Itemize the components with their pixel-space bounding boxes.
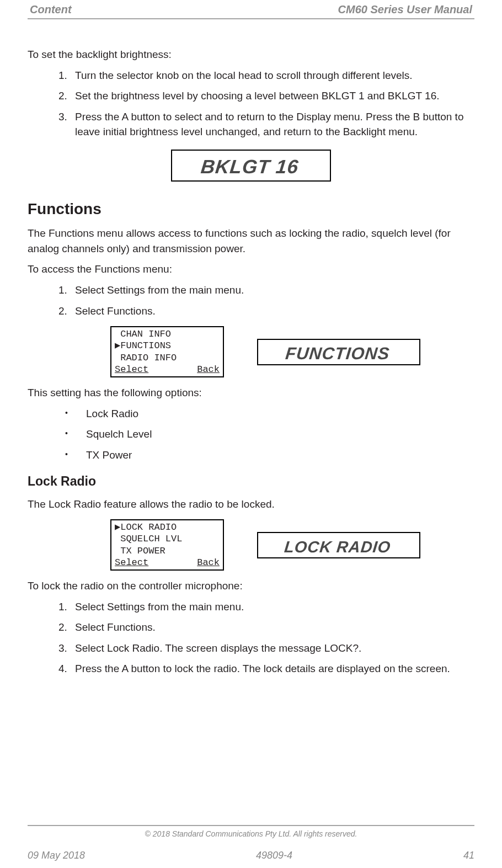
menu-marker-icon: ▶: [115, 522, 120, 532]
page-body: To set the backlight brightness: Turn th…: [28, 19, 474, 677]
copyright-text: © 2018 Standard Communications Pty Ltd. …: [145, 829, 357, 838]
lcd-display-backlight: BKLGT 16: [171, 150, 331, 182]
header-right: CM60 Series User Manual: [338, 3, 472, 16]
lockradio-heading: Lock Radio: [28, 472, 474, 491]
backlight-steps: Turn the selector knob on the local head…: [28, 68, 474, 140]
list-item: Select Functions.: [75, 620, 474, 635]
menu-display-functions: CHAN INFO ▶FUNCTIONS RADIO INFO SelectBa…: [110, 326, 224, 377]
lcd-display-lockradio: LOCK RADIO: [257, 532, 420, 558]
footer-doc: 49809-4: [256, 850, 292, 861]
functions-access-steps: Select Settings from the main menu. Sele…: [28, 283, 474, 318]
list-item: Select Settings from the main menu.: [75, 283, 474, 298]
lockradio-lock-intro: To lock the radio on the controller micr…: [28, 578, 474, 594]
list-item: Squelch Level: [75, 427, 474, 442]
page-footer: 09 May 2018 49809-4 41: [28, 850, 474, 861]
footer-page: 41: [463, 850, 474, 861]
lcd-text-icon: BKLGT 16: [185, 154, 317, 179]
list-item: Select Lock Radio. The screen displays t…: [75, 641, 474, 656]
functions-menu-row: CHAN INFO ▶FUNCTIONS RADIO INFO SelectBa…: [110, 326, 474, 377]
svg-text:BKLGT 16: BKLGT 16: [200, 156, 300, 177]
menu-select-label: Select: [115, 557, 148, 568]
menu-display-lockradio: ▶LOCK RADIO SQUELCH LVL TX POWER SelectB…: [110, 519, 224, 571]
list-item: Select Settings from the main menu.: [75, 599, 474, 615]
lockradio-desc: The Lock Radio feature allows the radio …: [28, 497, 474, 512]
page-header: Content CM60 Series User Manual: [28, 0, 474, 19]
menu-back-label: Back: [197, 557, 220, 568]
lockradio-menu-row: ▶LOCK RADIO SQUELCH LVL TX POWER SelectB…: [110, 519, 474, 571]
lcd-text-icon: FUNCTIONS: [264, 342, 413, 364]
menu-select-label: Select: [115, 364, 148, 375]
page: Content CM60 Series User Manual To set t…: [0, 0, 502, 868]
functions-access-intro: To access the Functions menu:: [28, 262, 474, 277]
list-item: Press the A button to lock the radio. Th…: [75, 661, 474, 677]
lcd-display-functions: FUNCTIONS: [257, 339, 420, 365]
menu-marker-icon: ▶: [115, 340, 120, 351]
backlight-intro: To set the backlight brightness:: [28, 47, 474, 62]
copyright-bar: © 2018 Standard Communications Pty Ltd. …: [28, 825, 474, 838]
svg-text:LOCK RADIO: LOCK RADIO: [284, 537, 392, 555]
functions-options: Lock Radio Squelch Level TX Power: [28, 406, 474, 463]
lockradio-lock-steps: Select Settings from the main menu. Sele…: [28, 599, 474, 677]
list-item: Lock Radio: [75, 406, 474, 422]
functions-options-intro: This setting has the following options:: [28, 385, 474, 401]
functions-heading: Functions: [28, 198, 474, 221]
list-item: Press the A button to select and to retu…: [75, 109, 474, 140]
list-item: Set the brightness level by choosing a l…: [75, 88, 474, 104]
lcd-text-icon: LOCK RADIO: [264, 535, 413, 557]
menu-back-label: Back: [197, 364, 220, 375]
header-left: Content: [30, 3, 72, 16]
list-item: Select Functions.: [75, 303, 474, 319]
list-item: Turn the selector knob on the local head…: [75, 68, 474, 83]
footer-date: 09 May 2018: [28, 850, 85, 861]
svg-text:FUNCTIONS: FUNCTIONS: [285, 343, 391, 363]
functions-desc: The Functions menu allows access to func…: [28, 226, 474, 256]
list-item: TX Power: [75, 448, 474, 463]
